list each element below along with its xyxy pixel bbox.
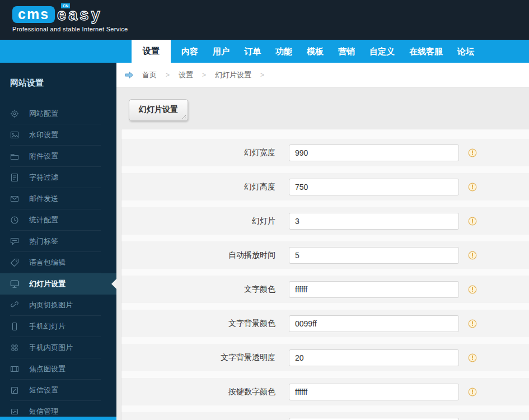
nav-item[interactable]: 功能	[268, 40, 299, 63]
sidebar-item[interactable]: 邮件发送	[0, 188, 116, 209]
breadcrumb-separator: >	[166, 71, 170, 79]
nav-item[interactable]: 在线客服	[402, 40, 450, 63]
nav-tab-settings-active[interactable]: 设置	[132, 40, 171, 63]
sidebar-item[interactable]: 短信设置	[0, 380, 116, 401]
warning-icon[interactable]	[468, 285, 477, 294]
sidebar-item-label: 短信设置	[29, 385, 58, 395]
cmseasy-logo[interactable]: cms CN easy Professional and stable Inte…	[12, 6, 128, 32]
sidebar-item[interactable]: 附件设置	[0, 146, 116, 167]
sidebar-item[interactable]: 网站配置	[0, 103, 116, 124]
sidebar-item-label: 字符过滤	[29, 172, 58, 183]
logo-tagline: Professional and stable Internet Service	[12, 26, 128, 32]
warning-icon[interactable]	[468, 319, 477, 328]
field-input[interactable]	[289, 349, 459, 366]
form-row: 幻灯宽度	[121, 139, 529, 166]
watermark-icon	[10, 130, 19, 139]
sidebar-item[interactable]: 热门标签	[0, 231, 116, 252]
sidebar-bottom-strip	[0, 417, 116, 420]
field-label: 自动播放时间	[121, 250, 275, 260]
breadcrumb-link[interactable]: 首页	[142, 71, 157, 79]
field-input[interactable]	[289, 418, 459, 420]
nav-item[interactable]: 订单	[237, 40, 268, 63]
form-row: 幻灯片	[121, 207, 529, 235]
sidebar-item[interactable]: 手机幻灯片	[0, 316, 116, 337]
slides-monitor-icon	[10, 279, 19, 288]
top-header: cms CN easy Professional and stable Inte…	[0, 0, 529, 40]
main-navbar: 设置 内容用户订单功能模板营销自定义在线客服论坛	[0, 40, 529, 63]
sidebar-item-label: 统计配置	[29, 215, 58, 225]
field-input[interactable]	[289, 384, 459, 400]
sidebar-item[interactable]: 焦点图设置	[0, 358, 116, 380]
field-input[interactable]	[289, 144, 459, 161]
active-item-notch	[111, 279, 116, 289]
warning-icon[interactable]	[468, 388, 477, 396]
sidebar-item-label: 焦点图设置	[29, 364, 65, 374]
nav-items: 内容用户订单功能模板营销自定义在线客服论坛	[174, 40, 481, 63]
sidebar-item-label: 网站配置	[29, 109, 58, 119]
inner-page-link-icon	[10, 301, 19, 310]
sidebar-item[interactable]: 语言包编辑	[0, 252, 116, 273]
slides-settings-tab-label: 幻灯片设置	[139, 105, 178, 114]
field-input[interactable]	[289, 315, 459, 332]
language-tag-icon	[10, 258, 19, 267]
form-row: 自动播放时间	[121, 241, 529, 269]
sidebar: 网站设置 网站配置水印设置附件设置字符过滤邮件发送统计配置热门标签语言包编辑幻灯…	[0, 63, 116, 420]
field-label: 幻灯高度	[121, 182, 275, 192]
sidebar-item-label: 水印设置	[29, 130, 58, 140]
nav-item[interactable]: 营销	[331, 40, 362, 63]
field-label: 幻灯片	[121, 216, 275, 226]
sidebar-menu: 网站配置水印设置附件设置字符过滤邮件发送统计配置热门标签语言包编辑幻灯片设置内页…	[0, 103, 116, 420]
sidebar-item-label: 手机内页图片	[29, 343, 73, 353]
char-filter-icon	[10, 173, 19, 182]
content-area: 首页>设置>幻灯片设置> 幻灯片设置 幻灯宽度幻灯高度幻灯片自动播放时间文字颜色…	[116, 63, 529, 420]
focus-image-icon	[10, 365, 19, 374]
field-input[interactable]	[289, 179, 459, 195]
sidebar-item-label: 邮件发送	[29, 194, 58, 204]
resize-grip-icon	[181, 114, 186, 119]
form-row: 按键数字颜色	[121, 378, 529, 405]
field-input[interactable]	[289, 247, 459, 264]
logo-cn-badge: CN	[60, 3, 71, 9]
sidebar-item[interactable]: 手机内页图片	[0, 337, 116, 358]
field-label: 幻灯宽度	[121, 148, 275, 158]
field-label: 文字背景颜色	[121, 319, 275, 329]
sidebar-item-label: 热门标签	[29, 236, 58, 246]
stats-clock-icon	[10, 216, 19, 225]
section-toolbar: 幻灯片设置	[116, 87, 529, 121]
nav-item[interactable]: 自定义	[362, 40, 402, 63]
breadcrumb-link[interactable]: 幻灯片设置	[215, 71, 251, 79]
slides-settings-tab-button[interactable]: 幻灯片设置	[129, 99, 188, 121]
nav-item[interactable]: 内容	[174, 40, 205, 63]
sidebar-item[interactable]: 内页切换图片	[0, 295, 116, 316]
form-row: 文字颜色	[121, 276, 529, 303]
warning-icon[interactable]	[468, 353, 477, 362]
nav-item[interactable]: 论坛	[450, 40, 481, 63]
breadcrumb-items: 首页>设置>幻灯片设置>	[142, 69, 273, 80]
logo-easy-text: easy	[57, 7, 102, 23]
field-input[interactable]	[289, 213, 459, 230]
nav-item[interactable]: 模板	[299, 40, 331, 63]
field-label: 文字颜色	[121, 284, 275, 295]
breadcrumb-separator: >	[260, 71, 264, 79]
field-label: 文字背景透明度	[121, 353, 275, 363]
attachment-folder-icon	[10, 152, 19, 161]
warning-icon[interactable]	[468, 183, 477, 192]
gear-icon	[10, 109, 19, 118]
field-label: 按键数字颜色	[121, 387, 275, 397]
sms-manage-icon	[10, 407, 19, 416]
breadcrumb-separator: >	[202, 71, 206, 79]
sidebar-item[interactable]: 水印设置	[0, 124, 116, 146]
settings-form: 幻灯宽度幻灯高度幻灯片自动播放时间文字颜色文字背景颜色文字背景透明度按键数字颜色	[121, 139, 529, 420]
sidebar-item[interactable]: 字符过滤	[0, 167, 116, 188]
nav-item[interactable]: 用户	[205, 40, 237, 63]
warning-icon[interactable]	[468, 217, 477, 226]
sidebar-item-label: 手机幻灯片	[29, 321, 65, 332]
form-row	[121, 412, 529, 420]
field-input[interactable]	[289, 281, 459, 298]
warning-icon[interactable]	[468, 148, 477, 157]
sidebar-item[interactable]: 幻灯片设置	[0, 273, 116, 295]
breadcrumb-link[interactable]: 设置	[179, 71, 193, 79]
sidebar-item[interactable]: 统计配置	[0, 209, 116, 231]
warning-icon[interactable]	[468, 251, 477, 260]
breadcrumb: 首页>设置>幻灯片设置>	[116, 63, 529, 87]
